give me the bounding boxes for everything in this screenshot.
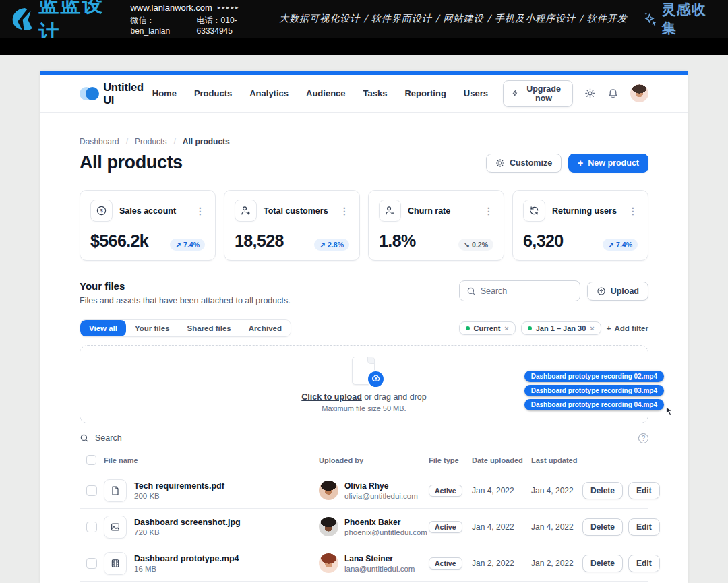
nav-item-tasks[interactable]: Tasks <box>363 88 388 98</box>
filters: Current × Jan 1 – Jan 30 × + Add filter <box>459 321 648 335</box>
files-search-input[interactable] <box>481 286 573 296</box>
promo-banner: 蓝蓝设计 www.lanlanwork.com ▸▸▸▸▸ 微信：ben_lan… <box>0 0 728 38</box>
upload-cloud-icon <box>367 370 385 388</box>
uploader-email: olivia@untitledui.com <box>344 492 418 500</box>
plus-icon: + <box>607 324 611 332</box>
dots-menu-icon[interactable]: ⋮ <box>628 206 638 216</box>
file-size: 16 MB <box>134 565 239 573</box>
trend-badge: ↗ 7.4% <box>603 239 638 251</box>
files-search[interactable] <box>459 280 580 301</box>
file-name[interactable]: Tech requirements.pdf <box>134 481 224 491</box>
stat-value: $566.2k <box>90 231 148 251</box>
stat-label: Returning users <box>552 206 617 216</box>
search-icon <box>80 433 89 443</box>
breadcrumb: Dashboard / Products / All products <box>80 137 648 146</box>
file-name[interactable]: Dashboard prototype.mp4 <box>134 554 239 563</box>
nav-item-analytics[interactable]: Analytics <box>249 88 289 98</box>
upgrade-button[interactable]: Upgrade now <box>503 80 573 107</box>
inspiration-collect[interactable]: 灵感收集 <box>642 0 719 38</box>
stat-value: 18,528 <box>235 231 284 251</box>
nav-item-users[interactable]: Users <box>464 88 488 98</box>
dots-menu-icon[interactable]: ⋮ <box>340 206 349 216</box>
stat-card-customers: Total customers ⋮ 18,528 ↗ 2.8% <box>224 190 360 261</box>
uploader-avatar <box>319 517 338 536</box>
help-icon[interactable]: ? <box>638 433 648 443</box>
dots-menu-icon[interactable]: ⋮ <box>195 206 205 216</box>
table-row: Dashboard prototype.mp4 16 MB Lana Stein… <box>80 545 648 582</box>
close-icon[interactable]: × <box>590 324 594 332</box>
green-dot-icon <box>466 326 470 330</box>
dragged-file-pill[interactable]: Dashboard prototype recording 03.mp4 <box>524 385 664 396</box>
close-icon[interactable]: × <box>504 324 508 332</box>
date-uploaded: Jan 2, 2022 <box>472 559 531 568</box>
edit-button[interactable]: Edit <box>628 555 660 572</box>
user-avatar[interactable] <box>630 84 648 102</box>
app-header: Untitled UI Home Products Analytics Audi… <box>40 75 688 113</box>
nav-item-audience[interactable]: Audience <box>306 88 346 98</box>
trend-badge: ↗ 2.8% <box>314 239 349 251</box>
delete-button[interactable]: Delete <box>582 482 623 499</box>
nav-item-reporting[interactable]: Reporting <box>404 88 446 98</box>
breadcrumb-separator: / <box>173 137 175 146</box>
nav-item-products[interactable]: Products <box>194 88 232 98</box>
status-badge: Active <box>429 557 462 570</box>
breadcrumb-current: All products <box>183 137 230 146</box>
dots-menu-icon[interactable]: ⋮ <box>484 206 493 216</box>
status-badge: Active <box>429 521 462 533</box>
table-search-input[interactable] <box>95 433 632 443</box>
filter-current[interactable]: Current × <box>459 321 516 335</box>
trend-badge: ↘ 0.2% <box>458 239 493 251</box>
stat-label: Total customers <box>264 206 328 216</box>
filter-date-range[interactable]: Jan 1 – Jan 30 × <box>521 321 601 335</box>
dragged-file-pill[interactable]: Dashboard prototype recording 04.mp4 <box>524 399 664 410</box>
uploader-avatar <box>319 481 338 500</box>
trend-up-icon: ↗ <box>608 241 614 249</box>
main-nav: Home Products Analytics Audience Tasks R… <box>152 88 488 98</box>
row-checkbox[interactable] <box>86 485 97 496</box>
untitled-ui-logo[interactable]: Untitled UI <box>80 81 152 106</box>
search-icon <box>466 286 476 296</box>
customize-button[interactable]: Customize <box>486 154 562 173</box>
delete-button[interactable]: Delete <box>582 518 623 536</box>
breadcrumb-products[interactable]: Products <box>135 137 166 146</box>
new-product-button[interactable]: + New product <box>568 154 648 173</box>
select-all-checkbox[interactable] <box>86 455 96 465</box>
table-search[interactable]: ? <box>80 429 648 448</box>
customize-label: Customize <box>510 158 552 168</box>
edit-button[interactable]: Edit <box>628 518 660 536</box>
add-filter-button[interactable]: + Add filter <box>607 324 648 332</box>
dragged-file-pill[interactable]: Dashboard prototype recording 02.mp4 <box>524 371 664 382</box>
tab-view-all[interactable]: View all <box>80 320 126 336</box>
file-size: 720 KB <box>134 528 241 536</box>
gear-icon <box>584 88 596 99</box>
max-size-hint: Maximum file size 50 MB. <box>322 404 406 412</box>
untitled-ui-logomark-icon <box>80 87 98 100</box>
stat-card-sales: $ Sales account ⋮ $566.2k ↗ 7.4% <box>80 190 216 261</box>
breadcrumb-separator: / <box>126 137 128 146</box>
delete-button[interactable]: Delete <box>582 555 623 572</box>
breadcrumb-dashboard[interactable]: Dashboard <box>80 137 119 146</box>
notifications-button[interactable] <box>607 88 619 99</box>
banner-contact: www.lanlanwork.com ▸▸▸▸▸ 微信：ben_lanlan 电… <box>130 3 264 36</box>
row-checkbox[interactable] <box>86 558 97 569</box>
file-name[interactable]: Dashboard screenshot.jpg <box>134 518 241 527</box>
nav-item-home[interactable]: Home <box>152 88 177 98</box>
edit-button[interactable]: Edit <box>628 482 660 499</box>
tab-your-files[interactable]: Your files <box>126 320 179 336</box>
uploader-name: Olivia Rhye <box>344 481 418 491</box>
upload-button[interactable]: Upload <box>587 282 648 301</box>
table-row: Dashboard screenshot.jpg 720 KB Phoenix … <box>80 509 648 545</box>
col-last-updated: Last updated <box>531 456 582 464</box>
upload-label: Upload <box>611 286 639 296</box>
tab-archived[interactable]: Archived <box>240 320 291 336</box>
spark-star-icon <box>642 10 658 28</box>
row-checkbox[interactable] <box>86 522 97 532</box>
upload-icon <box>597 286 606 296</box>
click-to-upload-link[interactable]: Click to upload <box>301 392 362 402</box>
settings-button[interactable] <box>584 88 596 99</box>
col-file-name: File name <box>104 456 319 464</box>
table-row: Tech requirements.pdf 200 KB Olivia Rhye… <box>80 472 648 509</box>
tab-shared-files[interactable]: Shared files <box>179 320 240 336</box>
page-title: All products <box>80 152 183 173</box>
files-heading: Your files Files and assets that have be… <box>80 280 291 305</box>
